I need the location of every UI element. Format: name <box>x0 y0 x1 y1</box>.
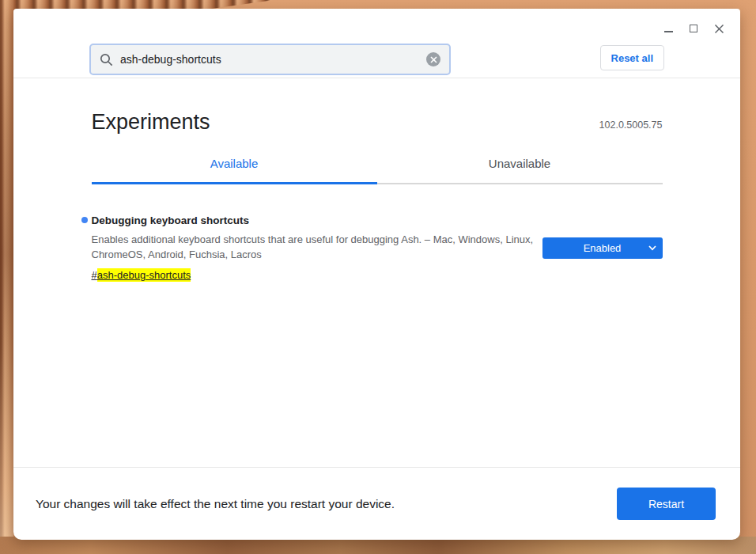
window-controls <box>660 20 728 37</box>
search-input[interactable] <box>120 53 419 66</box>
flags-window: Reset all Experiments 102.0.5005.75 Avai… <box>13 9 740 540</box>
flag-permalink[interactable]: #ash-debug-shortcuts <box>92 269 191 281</box>
restart-button[interactable]: Restart <box>617 488 716 520</box>
maximize-icon <box>690 25 697 32</box>
tab-unavailable[interactable]: Unavailable <box>377 157 663 184</box>
clear-search-icon <box>430 56 437 63</box>
wallpaper-pleats-left <box>0 0 13 554</box>
flag-entry: Debugging keyboard shortcuts Enables add… <box>92 214 663 282</box>
maximize-button[interactable] <box>685 20 702 37</box>
flag-description: Enables additional keyboard shortcuts th… <box>92 232 539 262</box>
tab-available[interactable]: Available <box>92 157 377 184</box>
clear-search-button[interactable] <box>426 52 440 66</box>
flag-name-label: Debugging keyboard shortcuts <box>92 214 250 226</box>
restart-message: Your changes will take effect the next t… <box>36 497 395 511</box>
flag-state-value: Enabled <box>584 242 622 254</box>
title-row: Experiments 102.0.5005.75 <box>92 110 663 135</box>
flags-content: Experiments 102.0.5005.75 Available Unav… <box>13 78 740 467</box>
close-button[interactable] <box>710 20 728 37</box>
page-title: Experiments <box>92 110 210 135</box>
reset-all-button[interactable]: Reset all <box>600 45 664 70</box>
version-label: 102.0.5005.75 <box>599 120 663 135</box>
flag-name: Debugging keyboard shortcuts <box>92 214 539 226</box>
search-icon <box>100 53 113 66</box>
minimize-icon <box>664 31 673 32</box>
restart-bar: Your changes will take effect the next t… <box>13 467 740 540</box>
flag-permalink-prefix: # <box>92 269 97 281</box>
flag-text-block: Debugging keyboard shortcuts Enables add… <box>92 214 539 282</box>
tab-bar: Available Unavailable <box>92 157 663 184</box>
flag-state-select[interactable]: Enabled <box>542 237 663 259</box>
modified-flag-bullet-icon <box>81 217 88 223</box>
search-box[interactable] <box>89 44 451 75</box>
close-icon <box>714 24 724 34</box>
flag-permalink-highlight: ash-debug-shortcuts <box>97 268 191 282</box>
search-header: Reset all <box>13 9 740 78</box>
chevron-down-icon <box>648 245 656 251</box>
minimize-button[interactable] <box>660 20 677 37</box>
